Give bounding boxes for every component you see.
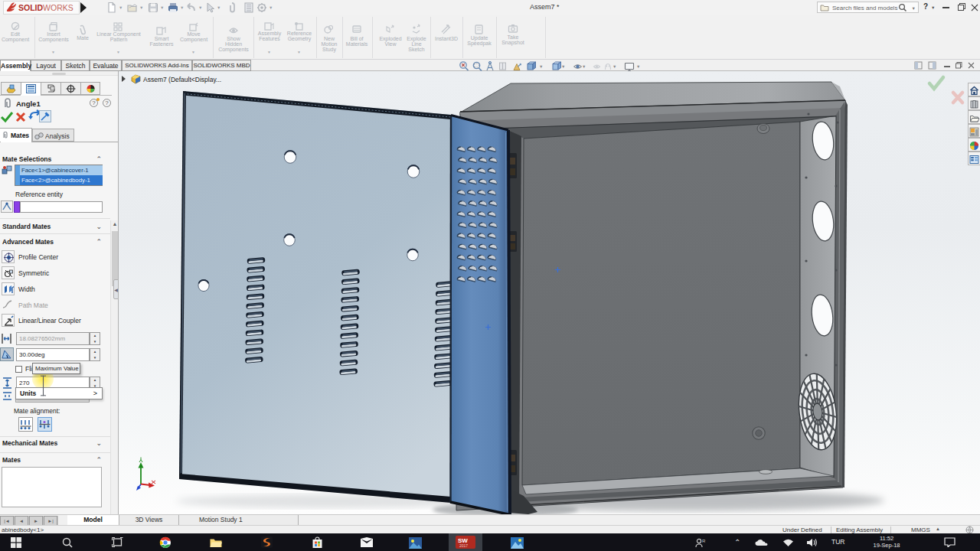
svg-text:R: R xyxy=(702,539,706,543)
svg-text:2017: 2017 xyxy=(459,543,468,548)
svg-text:Assem7 (Default<Display...: Assem7 (Default<Display... xyxy=(143,76,221,83)
svg-text:SOLIDWORKS: SOLIDWORKS xyxy=(18,3,74,12)
